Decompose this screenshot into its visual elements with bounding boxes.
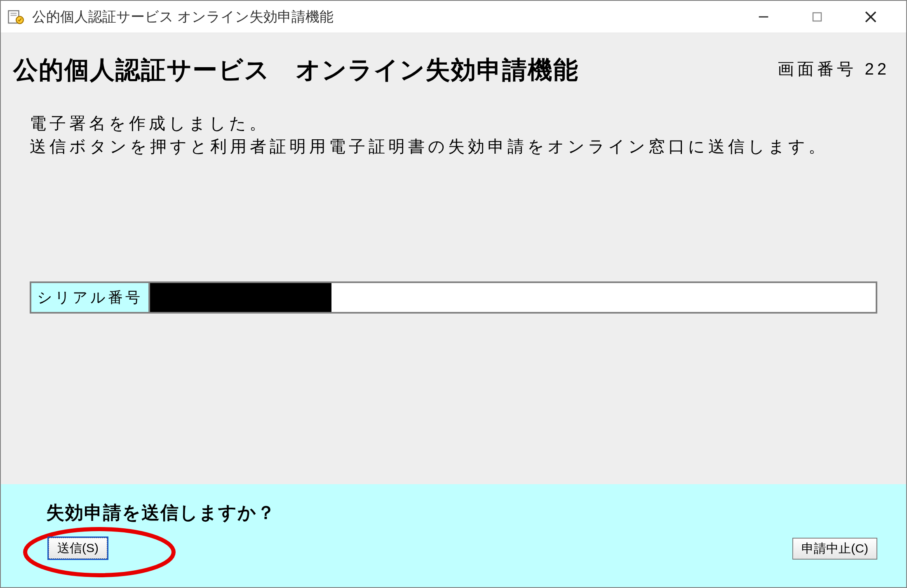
- screen-number: 画面番号 22: [778, 54, 890, 80]
- window-controls: [751, 7, 900, 27]
- app-icon: [7, 9, 24, 25]
- titlebar: 公的個人認証サービス オンライン失効申請機能: [1, 1, 906, 33]
- action-footer: 失効申請を送信しますか？ 送信(S) 申請中止(C): [1, 484, 906, 587]
- maximize-button[interactable]: [805, 7, 829, 27]
- serial-value-cell: [150, 283, 876, 312]
- client-area: 公的個人認証サービス オンライン失効申請機能 画面番号 22 電子署名を作成しま…: [1, 33, 906, 484]
- close-button[interactable]: [858, 7, 883, 27]
- serial-value-redacted: [150, 283, 331, 312]
- application-window: 公的個人認証サービス オンライン失効申請機能 公的個人認証サービス オンライン失…: [0, 0, 907, 588]
- svg-rect-1: [11, 13, 17, 14]
- serial-label: シリアル番号: [31, 283, 150, 312]
- minimize-button[interactable]: [751, 7, 776, 27]
- svg-rect-5: [813, 13, 821, 21]
- status-message: 電子署名を作成しました。 送信ボタンを押すと利用者証明用電子証明書の失効申請をオ…: [1, 95, 906, 166]
- serial-row: シリアル番号: [30, 281, 877, 314]
- window-title: 公的個人認証サービス オンライン失効申請機能: [32, 7, 751, 26]
- confirm-prompt: 失効申請を送信しますか？: [46, 501, 276, 525]
- submit-button[interactable]: 送信(S): [49, 538, 107, 559]
- cancel-button[interactable]: 申請中止(C): [792, 538, 877, 560]
- page-title: 公的個人認証サービス オンライン失効申請機能: [13, 54, 778, 87]
- svg-rect-2: [11, 15, 17, 16]
